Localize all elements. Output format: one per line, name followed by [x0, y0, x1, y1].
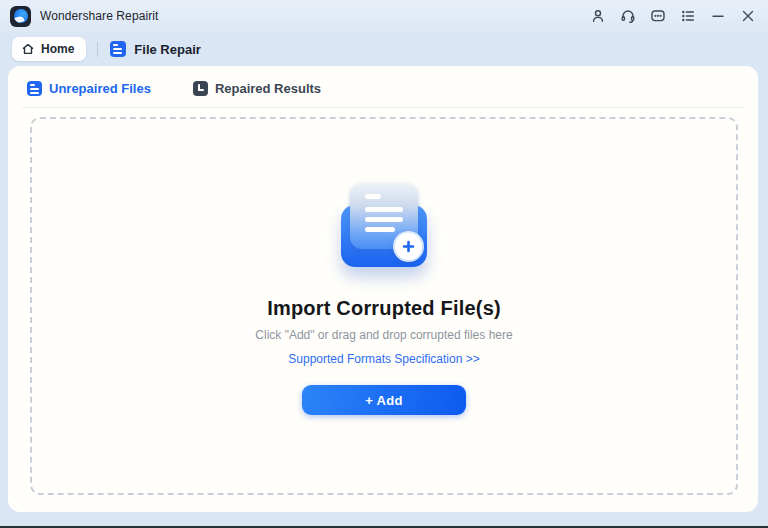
file-drop-zone[interactable]: Import Corrupted File(s) Click "Add" or … [30, 117, 738, 495]
import-files-icon [339, 183, 429, 271]
tab-divider [97, 42, 98, 57]
home-icon [21, 42, 35, 56]
supported-formats-link[interactable]: Supported Formats Specification >> [288, 352, 479, 366]
account-icon[interactable] [589, 8, 606, 25]
subtab-repaired-label: Repaired Results [215, 81, 321, 96]
add-button[interactable]: + Add [302, 385, 466, 415]
app-logo-icon [10, 6, 31, 27]
repaired-results-icon [193, 81, 208, 96]
file-repair-doc-icon [110, 41, 126, 57]
minimize-icon[interactable] [709, 8, 726, 25]
menu-list-icon[interactable] [679, 8, 696, 25]
app-title: Wondershare Repairit [40, 9, 159, 23]
close-icon[interactable] [739, 8, 756, 25]
subtab-unrepaired-label: Unrepaired Files [49, 81, 151, 96]
tab-strip: Home File Repair [0, 32, 768, 66]
subtab-unrepaired-files[interactable]: Unrepaired Files [27, 81, 151, 96]
titlebar: Wondershare Repairit [0, 0, 768, 32]
content-panel: Unrepaired Files Repaired Results Import… [8, 66, 758, 512]
subtab-repaired-results[interactable]: Repaired Results [193, 81, 321, 96]
plus-badge-icon [395, 233, 422, 260]
dropzone-title: Import Corrupted File(s) [32, 297, 736, 320]
subtab-separator [22, 107, 744, 108]
tab-file-repair-label: File Repair [134, 42, 200, 57]
feedback-chat-icon[interactable] [649, 8, 666, 25]
unrepaired-files-icon [27, 81, 42, 96]
tab-home-label: Home [41, 42, 74, 56]
dropzone-hint: Click "Add" or drag and drop corrupted f… [32, 328, 736, 342]
app-window: { "titlebar": { "app_name": "Wondershare… [0, 0, 768, 528]
subtab-bar: Unrepaired Files Repaired Results [8, 66, 758, 99]
tab-file-repair[interactable]: File Repair [110, 41, 200, 57]
titlebar-actions [589, 8, 756, 25]
support-headset-icon[interactable] [619, 8, 636, 25]
tab-home[interactable]: Home [12, 37, 86, 61]
